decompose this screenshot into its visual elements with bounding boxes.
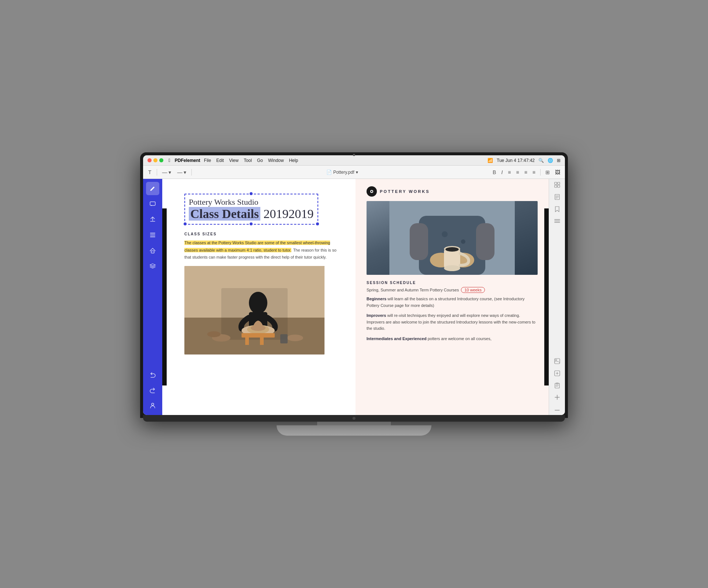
sidebar-item-list[interactable] bbox=[146, 228, 159, 242]
svg-rect-35 bbox=[476, 223, 494, 260]
right-sidebar-clipboard-icon[interactable] bbox=[555, 383, 560, 390]
svg-point-32 bbox=[444, 265, 460, 271]
weeks-badge: 10 weeks bbox=[461, 287, 485, 293]
sidebar-item-layers[interactable] bbox=[146, 259, 159, 273]
right-image-svg bbox=[367, 201, 538, 275]
pottery-logo bbox=[367, 186, 377, 197]
toolbar-left: T — ▾ — ▾ bbox=[146, 169, 193, 176]
right-sidebar-export-icon[interactable] bbox=[554, 370, 560, 377]
svg-point-25 bbox=[442, 231, 448, 237]
svg-point-9 bbox=[249, 292, 267, 314]
intermediates-block: Intermediates and Experienced potters ar… bbox=[367, 336, 538, 342]
title-line2-container: Class Details 20192019 bbox=[189, 207, 314, 221]
left-sidebar bbox=[143, 179, 162, 415]
svg-rect-39 bbox=[558, 185, 560, 187]
pottery-brand-header: POTTERY WORKS bbox=[367, 186, 538, 197]
menu-edit[interactable]: Edit bbox=[216, 158, 224, 163]
resize-handle-br[interactable] bbox=[316, 222, 319, 225]
session-line: Spring, Summer and Autumn Term Pottery C… bbox=[367, 287, 538, 293]
toolbar-separator-3 bbox=[540, 169, 541, 176]
font-selector[interactable]: — ▾ bbox=[160, 169, 174, 176]
title-textbox[interactable]: Pottery Works Studio Class Details 20192… bbox=[184, 194, 318, 225]
pdf-page-right: POTTERY WORKS bbox=[355, 179, 549, 415]
align-center-icon[interactable]: ≡ bbox=[514, 169, 521, 176]
menu-go[interactable]: Go bbox=[257, 158, 263, 163]
improvers-block: Improvers will re-visit techniques they … bbox=[367, 312, 538, 332]
align-right-icon[interactable]: ≡ bbox=[523, 169, 529, 176]
bold-icon[interactable]: B bbox=[491, 169, 498, 176]
chevron-down-icon[interactable]: ▾ bbox=[356, 170, 358, 175]
font-size-selector[interactable]: — ▾ bbox=[175, 169, 188, 176]
right-sidebar-image-replace-icon[interactable] bbox=[554, 358, 560, 365]
svg-rect-17 bbox=[280, 334, 288, 343]
image-insert-icon[interactable]: 🖼 bbox=[553, 169, 562, 176]
title-year: 2019 bbox=[264, 207, 289, 221]
svg-point-26 bbox=[461, 239, 465, 244]
monitor-stand-base bbox=[277, 425, 431, 436]
pdf-filename: Pottery.pdf bbox=[333, 170, 354, 175]
svg-rect-18 bbox=[242, 333, 275, 338]
sidebar-item-home[interactable] bbox=[146, 244, 159, 257]
svg-rect-3 bbox=[150, 236, 155, 237]
search-icon[interactable]: 🔍 bbox=[538, 158, 544, 163]
sidebar-item-share[interactable] bbox=[146, 213, 159, 226]
menu-help[interactable]: Help bbox=[289, 158, 298, 163]
resize-handle-bc[interactable] bbox=[250, 222, 253, 225]
svg-rect-2 bbox=[150, 235, 155, 235]
beginners-text: will learn all the basics on a structure… bbox=[367, 297, 525, 308]
right-sidebar-minus-icon[interactable] bbox=[555, 406, 560, 412]
svg-point-22 bbox=[371, 191, 372, 192]
svg-rect-41 bbox=[555, 359, 560, 364]
text-tool-button[interactable]: T bbox=[146, 169, 154, 176]
app-name: PDFelement bbox=[175, 158, 200, 163]
beginners-block: Beginners will learn all the basics on a… bbox=[367, 296, 538, 309]
svg-rect-0 bbox=[150, 202, 155, 205]
toolbar-separator-2 bbox=[191, 169, 192, 176]
session-heading: SESSION SCHEDULE bbox=[367, 281, 538, 285]
class-sizes-heading: CLASS SIZES bbox=[184, 232, 341, 236]
improvers-text: will re-visit techniques they enjoyed an… bbox=[367, 313, 535, 331]
right-sidebar-add-icon[interactable] bbox=[555, 395, 560, 401]
table-icon[interactable]: ⊞ bbox=[544, 169, 552, 176]
right-sidebar-menu-icon[interactable] bbox=[554, 218, 560, 224]
sidebar-item-comment[interactable] bbox=[146, 197, 159, 211]
align-left-icon[interactable]: ≡ bbox=[506, 169, 513, 176]
svg-point-5 bbox=[152, 403, 154, 405]
improvers-label: Improvers bbox=[367, 313, 386, 318]
svg-rect-19 bbox=[245, 338, 249, 345]
right-sidebar-bookmark-icon[interactable] bbox=[555, 206, 559, 213]
toolbar-separator-1 bbox=[157, 169, 157, 176]
menu-tool[interactable]: Tool bbox=[244, 158, 252, 163]
menubar:  PDFelement File Edit View Tool Go Wind… bbox=[143, 155, 565, 166]
menu-file[interactable]: File bbox=[204, 158, 211, 163]
session-schedule-section: SESSION SCHEDULE Spring, Summer and Autu… bbox=[367, 281, 538, 342]
close-button[interactable] bbox=[148, 158, 152, 162]
svg-rect-36 bbox=[555, 182, 557, 184]
minimize-button[interactable] bbox=[153, 158, 157, 162]
pottery-wheel-image bbox=[184, 266, 324, 354]
svg-rect-37 bbox=[558, 182, 560, 184]
align-justify-icon[interactable]: ≡ bbox=[531, 169, 537, 176]
menu-view[interactable]: View bbox=[229, 158, 239, 163]
sidebar-item-undo[interactable] bbox=[146, 368, 159, 381]
class-sizes-text: The classes at the Pottery Works Studio … bbox=[184, 239, 341, 261]
session-line-text: Spring, Summer and Autumn Term Pottery C… bbox=[367, 288, 459, 292]
menu-window[interactable]: Window bbox=[268, 158, 284, 163]
clock: Tue Jun 4 17:47:42 bbox=[497, 158, 535, 163]
pottery-person-image bbox=[367, 201, 538, 275]
page-spine-right bbox=[544, 208, 549, 385]
intermediates-label: Intermediates and Experienced bbox=[367, 336, 427, 341]
sidebar-item-user[interactable] bbox=[146, 399, 159, 412]
monitor-outer:  PDFelement File Edit View Tool Go Wind… bbox=[136, 152, 572, 436]
pottery-brand-name: POTTERY WORKS bbox=[380, 189, 430, 194]
right-sidebar-page-icon[interactable] bbox=[555, 194, 560, 201]
sidebar-item-edit[interactable] bbox=[146, 182, 159, 195]
apps-icon: ⊞ bbox=[557, 158, 560, 163]
italic-icon[interactable]: I bbox=[499, 169, 504, 176]
right-sidebar-grid-icon[interactable] bbox=[554, 182, 560, 189]
maximize-button[interactable] bbox=[159, 158, 163, 162]
resize-handle-bl[interactable] bbox=[184, 222, 187, 225]
svg-rect-20 bbox=[260, 338, 264, 345]
svg-rect-38 bbox=[555, 185, 557, 187]
sidebar-item-redo[interactable] bbox=[146, 383, 159, 397]
